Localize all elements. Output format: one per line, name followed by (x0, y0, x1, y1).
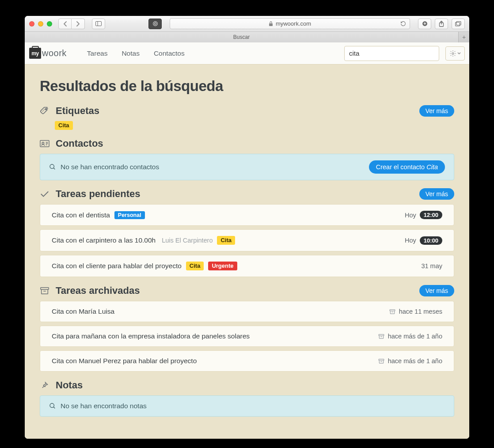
tab-strip: Buscar + (25, 32, 469, 42)
archived-when: hace más de 1 año (388, 333, 442, 340)
tag-chip[interactable]: Cita (55, 121, 73, 130)
task-date: Hoy (405, 237, 416, 244)
svg-line-27 (53, 407, 55, 408)
task-person: Luis El Carpintero (162, 237, 213, 244)
tag-icon (40, 106, 49, 116)
brand-logo-icon[interactable]: my (29, 48, 41, 59)
section-contactos-header: Contactos (40, 138, 454, 149)
task-title: Cita con el dentista (52, 211, 110, 219)
close-window-button[interactable] (29, 21, 34, 27)
sidebar-toggle-button[interactable] (92, 19, 105, 29)
svg-point-12 (42, 142, 44, 144)
section-etiquetas-title: Etiquetas (56, 105, 413, 117)
task-date: 31 may (421, 262, 442, 270)
nav-notas[interactable]: Notas (122, 49, 140, 57)
section-notas-header: Notas (40, 380, 454, 391)
lock-icon (269, 21, 273, 27)
archive-icon (389, 309, 395, 315)
page-body: my woork Tareas Notas Contactos Resultad… (25, 42, 469, 439)
browser-window: mywoork.com Buscar + my woork (25, 16, 469, 439)
archive-icon (378, 334, 384, 339)
svg-rect-0 (96, 22, 102, 26)
tag-cita[interactable]: Cita (217, 236, 235, 245)
share-button[interactable] (435, 19, 448, 29)
brand-name[interactable]: woork (42, 48, 67, 58)
nav-contactos[interactable]: Contactos (154, 49, 185, 57)
archived-row[interactable]: Cita con Manuel Perez para hablar del pr… (40, 350, 454, 372)
browser-tab[interactable]: Buscar (25, 32, 459, 42)
nav-tareas[interactable]: Tareas (87, 49, 108, 57)
traffic-lights (29, 21, 52, 27)
ver-mas-pendientes[interactable]: Ver más (419, 188, 454, 200)
maximize-window-button[interactable] (47, 21, 52, 27)
svg-rect-20 (390, 309, 395, 311)
archived-title: Cita con María Luisa (52, 308, 114, 315)
section-contactos-title: Contactos (56, 138, 454, 149)
pin-icon (40, 381, 49, 390)
tag-urgente[interactable]: Urgente (208, 262, 237, 270)
search-icon (49, 402, 56, 410)
svg-point-26 (50, 403, 54, 407)
notas-empty-box: No se han encontrado notas (40, 395, 454, 417)
url-text: mywoork.com (276, 20, 311, 27)
titlebar: mywoork.com (25, 16, 469, 32)
section-notas-title: Notas (56, 380, 454, 391)
site-settings-button[interactable] (148, 19, 162, 29)
toolbar-right (418, 19, 465, 29)
notas-empty-text: No se han encontrado notas (61, 402, 147, 410)
task-row[interactable]: Cita con el cliente para hablar del proy… (40, 255, 454, 277)
archive-icon (378, 358, 384, 364)
svg-point-2 (153, 22, 157, 26)
ver-mas-etiquetas[interactable]: Ver más (419, 105, 454, 117)
svg-rect-7 (456, 22, 460, 26)
archived-when: hace 11 meses (399, 308, 442, 315)
minimize-window-button[interactable] (38, 21, 43, 27)
downloads-button[interactable] (418, 19, 431, 29)
archived-title: Cita con Manuel Perez para hablar del pr… (52, 357, 197, 365)
app-navbar: my woork Tareas Notas Contactos (25, 42, 469, 65)
section-etiquetas-header: Etiquetas Ver más (40, 105, 454, 117)
contact-card-icon (40, 140, 49, 148)
section-archivadas-header: Tareas archivadas Ver más (40, 285, 454, 296)
url-bar[interactable]: mywoork.com (170, 18, 410, 29)
task-time: 12:00 (420, 211, 442, 219)
crear-contacto-button[interactable]: Crear el contacto Cita (369, 160, 445, 174)
chevron-down-icon (457, 52, 461, 55)
search-icon (49, 163, 56, 171)
archived-title: Cita para mañana con la empresa instalad… (52, 332, 250, 340)
svg-rect-4 (269, 23, 273, 26)
settings-menu-button[interactable] (445, 46, 465, 61)
page-title: Resultados de la búsqueda (40, 78, 454, 95)
svg-point-3 (154, 23, 156, 24)
section-pendientes-title: Tareas pendientes (56, 188, 413, 200)
new-tab-button[interactable]: + (459, 32, 469, 42)
section-pendientes-header: Tareas pendientes Ver más (40, 188, 454, 200)
archived-row[interactable]: Cita con María Luisa hace 11 meses (40, 301, 454, 322)
task-title: Cita con el carpintero a las 10.00h (52, 236, 156, 244)
tabs-overview-button[interactable] (452, 19, 465, 29)
tag-cita[interactable]: Cita (186, 262, 204, 270)
task-row[interactable]: Cita con el dentista Personal Hoy 12:00 (40, 204, 454, 226)
ver-mas-archivadas[interactable]: Ver más (419, 285, 454, 296)
back-button[interactable] (58, 19, 72, 29)
back-forward-group (58, 19, 85, 29)
section-archivadas-title: Tareas archivadas (56, 285, 413, 296)
task-date: Hoy (405, 212, 416, 219)
archived-row[interactable]: Cita para mañana con la empresa instalad… (40, 326, 454, 347)
task-time: 10:00 (420, 236, 442, 245)
task-row[interactable]: Cita con el carpintero a las 10.00h Luis… (40, 229, 454, 251)
search-input[interactable] (344, 46, 439, 61)
svg-line-17 (53, 168, 55, 169)
forward-button[interactable] (72, 19, 85, 29)
svg-rect-22 (379, 334, 384, 335)
svg-rect-24 (379, 359, 384, 360)
task-title: Cita con el cliente para hablar del proy… (52, 262, 182, 270)
archived-when: hace más de 1 año (388, 357, 442, 364)
gear-icon (449, 50, 456, 57)
reload-icon[interactable] (400, 21, 406, 27)
check-icon (40, 190, 49, 198)
tag-personal[interactable]: Personal (114, 211, 145, 219)
contactos-empty-box: No se han encontrado contactos Crear el … (40, 154, 454, 180)
archive-icon (40, 286, 49, 295)
svg-rect-8 (456, 21, 461, 25)
